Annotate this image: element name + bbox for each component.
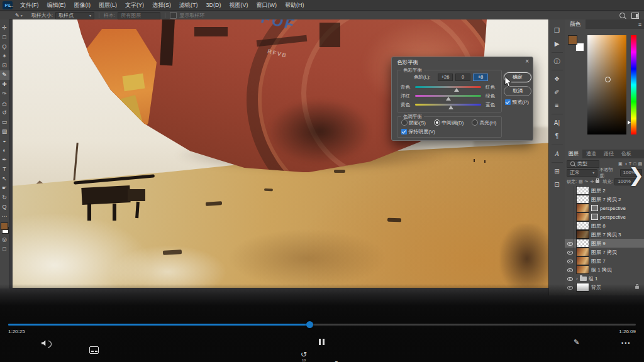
more-options-button[interactable]: •••	[621, 340, 631, 346]
blend-mode-dropdown[interactable]: 正常▾	[567, 169, 597, 177]
layer-row[interactable]: 图层 2	[565, 186, 644, 195]
visibility-toggle[interactable]	[566, 212, 574, 221]
visibility-toggle[interactable]	[566, 256, 574, 265]
visibility-toggle[interactable]	[566, 265, 574, 274]
clone-stamp-tool[interactable]: 凸	[0, 99, 9, 108]
visibility-toggle[interactable]	[566, 230, 574, 239]
tool-preset-caret-icon[interactable]: ▾	[21, 13, 23, 18]
edit-toolbar-button[interactable]: ⋯	[0, 212, 9, 221]
filter-adjustment-icon[interactable]: ◑	[625, 162, 627, 166]
libraries-panel-icon[interactable]: ⊞	[550, 165, 564, 177]
type-tool[interactable]: T	[0, 165, 9, 174]
vector-mask-icon[interactable]	[591, 205, 598, 211]
healing-brush-tool[interactable]: ✚	[0, 80, 9, 89]
visibility-toggle[interactable]	[566, 204, 574, 212]
info-panel-icon[interactable]: ⓘ	[550, 55, 564, 67]
level-input-1[interactable]: +26	[438, 74, 453, 81]
brush-settings-panel-icon[interactable]: ✐	[550, 86, 564, 98]
visibility-toggle[interactable]	[566, 221, 574, 230]
shadows-radio[interactable]: 阴影(S)	[401, 119, 426, 126]
eyedropper-icon[interactable]: ✎	[15, 13, 19, 18]
vector-mask-icon[interactable]	[591, 214, 598, 220]
layer-row[interactable]: 组 1 拷贝	[565, 265, 644, 274]
layer-thumbnail[interactable]	[576, 221, 589, 230]
next-chevron-overlay[interactable]: ❯	[628, 165, 644, 186]
layer-filter-dropdown[interactable]: 类型	[567, 160, 599, 168]
progress-thumb[interactable]	[306, 321, 313, 328]
actions-panel-icon[interactable]: ▶	[550, 38, 564, 50]
menu-edit[interactable]: 编辑(E)	[47, 1, 66, 9]
menu-filter[interactable]: 滤镜(T)	[179, 1, 198, 9]
foreground-color-swatch[interactable]	[1, 222, 8, 230]
lasso-tool[interactable]: Ϙ	[0, 42, 9, 52]
hue-slider-marker[interactable]	[628, 121, 631, 124]
saturation-brightness-box[interactable]	[587, 35, 626, 134]
layer-thumbnail[interactable]	[576, 230, 589, 239]
lock-all-icon[interactable]	[596, 180, 599, 183]
menu-type[interactable]: 文字(Y)	[125, 1, 144, 9]
gradient-tool[interactable]: ▧	[0, 127, 9, 136]
magic-wand-tool[interactable]: ✶	[0, 52, 9, 61]
eraser-tool[interactable]: ▭	[0, 118, 9, 127]
layer-thumbnail[interactable]	[576, 248, 589, 256]
zoom-tool[interactable]: Q	[0, 202, 9, 212]
visibility-toggle[interactable]	[566, 195, 574, 204]
level-input-2[interactable]: 0	[455, 74, 470, 81]
visibility-toggle[interactable]	[566, 186, 574, 195]
rotate-view-tool[interactable]: ↻	[0, 193, 9, 202]
layer-thumbnail[interactable]	[576, 204, 589, 212]
preview-checkbox[interactable]: 预览(P)	[505, 99, 529, 106]
midtones-radio[interactable]: 中间调(D)	[434, 119, 464, 126]
panel-color-swatches[interactable]	[568, 35, 584, 52]
layer-thumbnail[interactable]	[576, 212, 589, 221]
lock-move-icon[interactable]: ✛	[590, 179, 594, 184]
layer-row[interactable]: perspective	[565, 212, 644, 221]
magenta-green-slider[interactable]	[415, 95, 481, 97]
menu-file[interactable]: 文件(F)	[20, 1, 39, 9]
layer-thumbnail[interactable]	[576, 265, 589, 274]
captions-icon[interactable]	[89, 346, 99, 354]
tab-layers[interactable]: 图层	[565, 150, 582, 158]
rewind-10-button[interactable]: ↺ 10	[298, 351, 309, 361]
panel-menu-icon[interactable]: ≡	[638, 21, 641, 28]
brush-tool[interactable]: ✑	[0, 89, 9, 99]
layer-row[interactable]: 图层 7	[565, 256, 644, 265]
workspace-icon[interactable]	[631, 13, 639, 19]
path-selection-tool[interactable]: ↖	[0, 174, 9, 184]
crop-tool[interactable]: ⊡	[0, 61, 9, 70]
menu-layer[interactable]: 图层(L)	[99, 1, 117, 9]
color-swatches[interactable]	[0, 222, 9, 234]
visibility-toggle[interactable]	[566, 274, 574, 283]
preserve-luminosity-checkbox[interactable]: 保持明度(V)	[401, 128, 435, 135]
layer-row[interactable]: 图层 7 拷贝	[565, 248, 644, 256]
tab-paths[interactable]: 路径	[600, 150, 618, 158]
history-brush-tool[interactable]: ↺	[0, 108, 9, 118]
paragraph-panel-icon[interactable]: ¶	[550, 130, 564, 142]
brushes-panel-icon[interactable]: ≡	[550, 99, 564, 111]
close-icon[interactable]: ×	[525, 58, 529, 65]
search-icon[interactable]	[619, 13, 625, 18]
tab-swatches[interactable]: 色板	[618, 150, 635, 158]
menu-view[interactable]: 视图(V)	[230, 1, 248, 9]
layer-thumbnail[interactable]	[576, 256, 589, 265]
slider-thumb[interactable]	[454, 88, 459, 92]
layer-thumbnail[interactable]	[576, 195, 589, 204]
snapshots-panel-icon[interactable]: ❖	[550, 73, 564, 85]
filter-pixel-icon[interactable]: ▣	[618, 162, 623, 167]
color-picker-marker[interactable]	[605, 77, 611, 82]
dodge-tool[interactable]: ◐	[0, 146, 9, 155]
layer-row[interactable]: 图层 8	[565, 221, 644, 230]
visibility-toggle[interactable]	[566, 239, 574, 248]
layer-row[interactable]: 图层 7 拷贝 2	[565, 195, 644, 204]
menu-window[interactable]: 窗口(W)	[257, 1, 277, 9]
screen-mode-button[interactable]: □	[0, 244, 9, 254]
visibility-toggle[interactable]	[566, 248, 574, 256]
foreground-color-swatch[interactable]	[568, 35, 577, 45]
show-ring-checkbox[interactable]	[170, 12, 177, 19]
sample-size-dropdown[interactable]: 取样点▾	[55, 12, 94, 19]
layer-thumbnail[interactable]	[576, 186, 589, 195]
draw-pencil-button[interactable]: ✎	[574, 338, 579, 346]
group-expander[interactable]: ›	[576, 276, 578, 282]
lock-transparency-icon[interactable]: ▨	[579, 179, 583, 184]
menu-image[interactable]: 图像(I)	[74, 1, 91, 9]
